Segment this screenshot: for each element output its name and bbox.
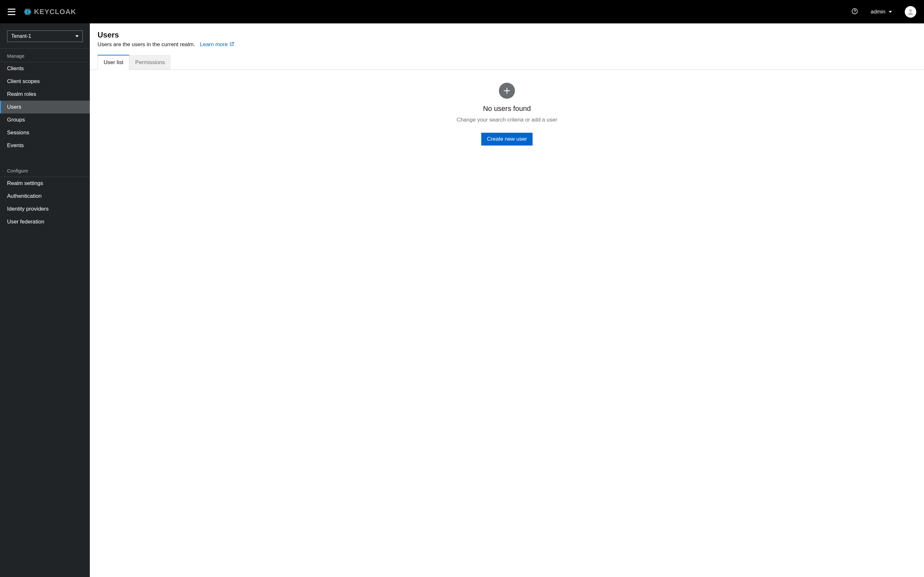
tab-permissions[interactable]: Permissions	[129, 55, 171, 69]
sidebar-item-realm-roles[interactable]: Realm roles	[0, 88, 90, 101]
sidebar-item-user-federation[interactable]: User federation	[0, 215, 90, 228]
create-new-user-button[interactable]: Create new user	[481, 133, 533, 145]
external-link-icon	[230, 41, 234, 48]
sidebar-item-label: Events	[7, 142, 24, 148]
svg-point-5	[909, 9, 912, 12]
keycloak-logo-icon	[23, 7, 32, 16]
sidebar-item-label: Authentication	[7, 193, 42, 199]
page-header: Users Users are the users in the current…	[90, 23, 924, 51]
sidebar-item-events[interactable]: Events	[0, 139, 90, 152]
page-description: Users are the users in the current realm…	[97, 41, 195, 47]
hamburger-bar	[8, 14, 15, 15]
hamburger-bar	[8, 11, 15, 12]
sidebar-item-client-scopes[interactable]: Client scopes	[0, 75, 90, 88]
tabs: User list Permissions	[90, 55, 924, 70]
hamburger-menu-button[interactable]	[8, 9, 15, 15]
sidebar-item-label: Groups	[7, 117, 25, 123]
empty-state-description: Change your search criteria or add a use…	[97, 117, 916, 123]
sidebar-item-authentication[interactable]: Authentication	[0, 190, 90, 203]
page-description-row: Users are the users in the current realm…	[97, 41, 916, 48]
nav-section-title: Configure	[0, 163, 90, 177]
header-left: KEYCLOAK	[8, 7, 76, 16]
nav-section-configure: Configure Realm settings Authentication …	[0, 163, 90, 228]
header-right: admin	[851, 6, 916, 18]
sidebar-item-identity-providers[interactable]: Identity providers	[0, 203, 90, 215]
button-label: Create new user	[487, 136, 527, 142]
learn-more-label: Learn more	[200, 41, 228, 48]
sidebar-item-sessions[interactable]: Sessions	[0, 126, 90, 139]
user-avatar[interactable]	[905, 6, 916, 18]
caret-down-icon	[889, 11, 892, 13]
plus-circle-icon	[499, 83, 515, 99]
empty-state: No users found Change your search criter…	[90, 70, 924, 158]
sidebar-item-label: Client scopes	[7, 78, 40, 84]
user-menu-dropdown[interactable]: admin	[871, 9, 892, 15]
sidebar-item-label: Clients	[7, 65, 24, 71]
caret-down-icon	[75, 35, 79, 37]
learn-more-link[interactable]: Learn more	[200, 41, 234, 48]
tab-label: Permissions	[135, 59, 165, 65]
sidebar-item-realm-settings[interactable]: Realm settings	[0, 177, 90, 190]
page-title: Users	[97, 31, 916, 39]
sidebar-item-label: User federation	[7, 219, 44, 225]
realm-selector-value: Tenant-1	[11, 33, 31, 39]
sidebar-item-clients[interactable]: Clients	[0, 62, 90, 75]
help-icon[interactable]	[851, 8, 858, 16]
hamburger-bar	[8, 9, 15, 10]
sidebar: Tenant-1 Manage Clients Client scopes Re…	[0, 23, 90, 577]
tab-label: User list	[103, 59, 123, 65]
sidebar-item-users[interactable]: Users	[0, 101, 90, 113]
empty-state-title: No users found	[97, 105, 916, 113]
realm-selector-dropdown[interactable]: Tenant-1	[7, 31, 83, 42]
brand-name: KEYCLOAK	[34, 8, 76, 16]
tab-user-list[interactable]: User list	[97, 55, 129, 70]
sidebar-item-label: Realm settings	[7, 180, 43, 186]
nav-section-manage: Manage Clients Client scopes Realm roles…	[0, 49, 90, 152]
sidebar-item-label: Users	[7, 104, 21, 110]
nav-section-title: Manage	[0, 49, 90, 62]
sidebar-item-label: Realm roles	[7, 91, 36, 97]
svg-point-3	[852, 8, 857, 14]
top-header: KEYCLOAK admin	[0, 0, 924, 23]
sidebar-item-groups[interactable]: Groups	[0, 113, 90, 126]
brand-logo[interactable]: KEYCLOAK	[23, 7, 76, 16]
main-content: Users Users are the users in the current…	[90, 23, 924, 577]
sidebar-item-label: Identity providers	[7, 206, 48, 212]
sidebar-item-label: Sessions	[7, 129, 29, 135]
user-menu-label: admin	[871, 9, 885, 15]
